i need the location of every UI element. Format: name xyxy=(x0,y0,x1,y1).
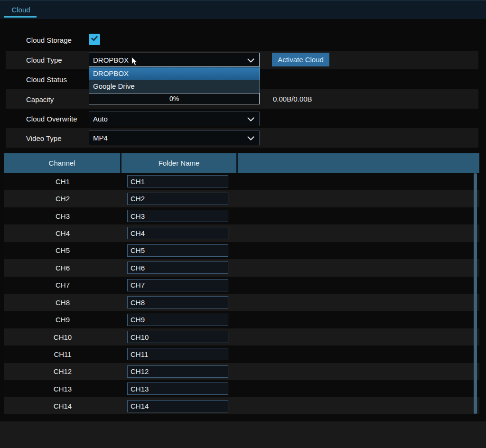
table-scrollbar[interactable] xyxy=(474,173,477,414)
folder-name-input[interactable] xyxy=(127,193,228,205)
capacity-usage-text: 0.00B/0.00B xyxy=(273,95,312,103)
channel-label: CH4 xyxy=(4,229,122,237)
folder-cell xyxy=(122,348,238,360)
folder-cell xyxy=(122,383,238,395)
tab-cloud[interactable]: Cloud xyxy=(6,4,36,16)
folder-name-input[interactable] xyxy=(127,348,228,360)
cloud-storage-checkbox[interactable] xyxy=(89,34,100,45)
table-row: CH12 xyxy=(4,363,479,380)
table-row: CH14 xyxy=(4,397,479,414)
dropdown-option-dropbox[interactable]: DROPBOX xyxy=(89,67,260,80)
cloud-type-value: DROPBOX xyxy=(93,56,247,64)
cloud-type-dropdown: DROPBOX Google Drive xyxy=(89,67,260,93)
channel-label: CH8 xyxy=(4,299,122,307)
active-tab-underline xyxy=(4,16,37,18)
cloud-overwrite-value: Auto xyxy=(93,115,247,123)
chevron-down-icon xyxy=(247,56,254,64)
folder-cell xyxy=(122,261,238,274)
cloud-settings-page: Cloud Cloud Storage Cloud Type Cloud Sta… xyxy=(0,0,486,448)
folder-cell xyxy=(122,193,238,205)
channel-label: CH13 xyxy=(4,385,122,393)
capacity-progress-bar: 0% xyxy=(89,93,260,104)
channel-label: CH14 xyxy=(4,402,122,410)
table-row: CH10 xyxy=(4,328,479,345)
folder-cell xyxy=(122,210,238,222)
channel-label: CH5 xyxy=(4,246,122,254)
table-row: CH7 xyxy=(4,277,479,294)
table-row: CH8 xyxy=(4,294,479,311)
capacity-label: Capacity xyxy=(26,95,54,103)
cloud-overwrite-label: Cloud Overwrite xyxy=(26,115,77,123)
header-channel: Channel xyxy=(4,153,120,173)
chevron-down-icon xyxy=(247,115,254,123)
folder-cell xyxy=(122,314,238,326)
channel-label: CH11 xyxy=(4,350,122,358)
channel-label: CH10 xyxy=(4,333,122,341)
folder-name-input[interactable] xyxy=(127,175,228,187)
cloud-status-label: Cloud Status xyxy=(26,75,67,84)
channel-label: CH1 xyxy=(4,177,122,186)
table-header: Channel Folder Name xyxy=(4,153,479,173)
checkmark-icon xyxy=(90,34,99,45)
table-row: CH11 xyxy=(4,345,479,363)
channel-label: CH9 xyxy=(4,316,122,324)
folder-name-input[interactable] xyxy=(127,227,228,239)
table-row: CH1 xyxy=(4,173,479,190)
table-row: CH5 xyxy=(4,242,479,259)
table-row: CH4 xyxy=(4,224,479,242)
folder-name-input[interactable] xyxy=(127,261,228,274)
table-body: CH1 CH2 CH3 CH4 xyxy=(4,173,479,414)
folder-cell xyxy=(122,175,238,187)
cloud-storage-label: Cloud Storage xyxy=(26,36,72,44)
video-type-select[interactable]: MP4 xyxy=(89,131,260,145)
folder-cell xyxy=(122,400,238,412)
activate-cloud-button[interactable]: Activate Cloud xyxy=(272,53,329,66)
tab-bar: Cloud xyxy=(0,0,486,19)
folder-name-input[interactable] xyxy=(127,383,228,395)
folder-cell xyxy=(122,279,238,291)
folder-name-input[interactable] xyxy=(127,314,228,326)
footer-bar: Default Apply xyxy=(0,421,486,448)
header-folder-name: Folder Name xyxy=(122,153,236,173)
folder-cell xyxy=(122,227,238,239)
video-type-label: Video Type xyxy=(26,134,62,142)
channel-label: CH2 xyxy=(4,195,122,203)
table-row: CH2 xyxy=(4,190,479,207)
folder-cell xyxy=(122,365,238,378)
cloud-type-label: Cloud Type xyxy=(26,56,62,64)
cloud-type-select[interactable]: DROPBOX xyxy=(89,53,260,67)
folder-name-input[interactable] xyxy=(127,365,228,378)
folder-name-input[interactable] xyxy=(127,296,228,308)
folder-cell xyxy=(122,331,238,343)
folder-name-input[interactable] xyxy=(127,210,228,222)
channel-label: CH3 xyxy=(4,212,122,220)
folder-name-input[interactable] xyxy=(127,331,228,343)
table-row: CH9 xyxy=(4,311,479,328)
channel-label: CH12 xyxy=(4,367,122,375)
channel-label: CH6 xyxy=(4,264,122,272)
header-empty xyxy=(238,153,479,173)
folder-name-input[interactable] xyxy=(127,279,228,291)
cloud-overwrite-select[interactable]: Auto xyxy=(89,112,260,126)
folder-name-input[interactable] xyxy=(127,244,228,257)
folder-cell xyxy=(122,244,238,257)
video-type-value: MP4 xyxy=(93,134,247,142)
table-row: CH3 xyxy=(4,207,479,224)
table-row: CH13 xyxy=(4,380,479,397)
chevron-down-icon xyxy=(247,134,254,142)
folder-cell xyxy=(122,296,238,308)
folder-name-input[interactable] xyxy=(127,400,228,412)
dropdown-option-google-drive[interactable]: Google Drive xyxy=(89,80,260,93)
table-row: CH6 xyxy=(4,259,479,276)
channel-label: CH7 xyxy=(4,281,122,289)
